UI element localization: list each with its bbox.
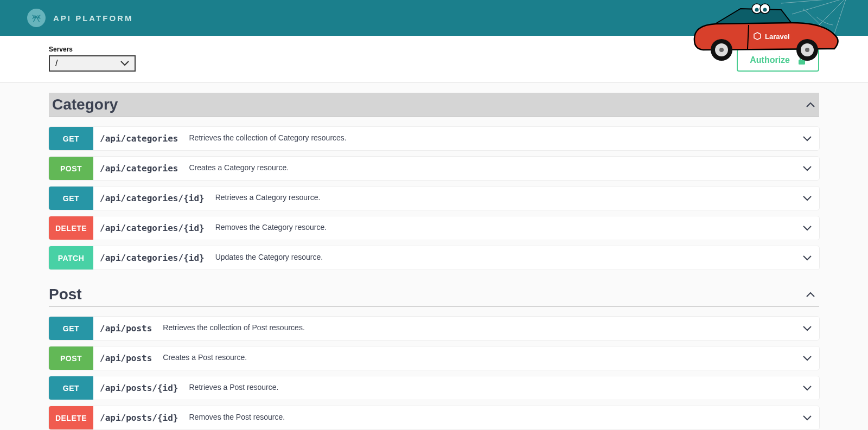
operation-desc: Updates the Category resource. bbox=[211, 246, 795, 269]
servers-label: Servers bbox=[49, 46, 136, 53]
group-header-category[interactable]: Category bbox=[49, 93, 819, 117]
operation-desc: Removes the Category resource. bbox=[211, 216, 795, 240]
group-title: Post bbox=[49, 286, 82, 303]
http-method-badge: DELETE bbox=[49, 216, 93, 240]
operation-row[interactable]: DELETE /api/categories/{id} Removes the … bbox=[49, 216, 819, 240]
chevron-down-icon bbox=[803, 386, 812, 391]
operation-row[interactable]: GET /api/posts Retrieves the collection … bbox=[49, 317, 819, 340]
operation-desc: Retrieves a Post resource. bbox=[185, 376, 796, 400]
expand-toggle[interactable] bbox=[795, 346, 819, 370]
spider-logo-icon bbox=[30, 12, 42, 24]
http-method-badge: GET bbox=[49, 187, 93, 210]
servers-select[interactable]: / bbox=[49, 55, 136, 72]
svg-point-2 bbox=[34, 16, 35, 17]
operation-row[interactable]: POST /api/categories Creates a Category … bbox=[49, 157, 819, 180]
svg-point-12 bbox=[755, 8, 759, 12]
group-header-post[interactable]: Post bbox=[49, 283, 819, 307]
operation-desc: Retrieves the collection of Category res… bbox=[185, 127, 796, 150]
car-illustration-icon: Laravel bbox=[684, 0, 846, 63]
chevron-down-icon bbox=[120, 61, 129, 66]
expand-toggle[interactable] bbox=[795, 246, 819, 269]
chevron-down-icon bbox=[803, 196, 812, 201]
operation-path: /api/categories bbox=[93, 157, 185, 180]
servers-selected-value: / bbox=[55, 59, 58, 68]
expand-toggle[interactable] bbox=[795, 406, 819, 429]
svg-point-13 bbox=[763, 8, 767, 12]
svg-point-6 bbox=[719, 48, 724, 52]
chevron-down-icon bbox=[803, 136, 812, 142]
resource-group-category: Category GET /api/categories Retrieves t… bbox=[49, 93, 819, 269]
group-body: GET /api/posts Retrieves the collection … bbox=[49, 317, 819, 429]
operation-desc: Removes the Post resource. bbox=[185, 406, 796, 429]
operation-row[interactable]: DELETE /api/posts/{id} Removes the Post … bbox=[49, 406, 819, 429]
operation-path: /api/categories/{id} bbox=[93, 187, 211, 210]
operation-path: /api/posts/{id} bbox=[93, 406, 185, 429]
operation-path: /api/categories/{id} bbox=[93, 216, 211, 240]
content-area: Category GET /api/categories Retrieves t… bbox=[0, 83, 868, 430]
brand-bar: API PLATFORM Laravel bbox=[0, 0, 868, 36]
operation-row[interactable]: GET /api/categories Retrieves the collec… bbox=[49, 127, 819, 150]
operation-desc: Retrieves the collection of Post resourc… bbox=[158, 317, 795, 340]
chevron-down-icon bbox=[803, 226, 812, 231]
expand-toggle[interactable] bbox=[795, 127, 819, 150]
operation-desc: Creates a Category resource. bbox=[185, 157, 796, 180]
chevron-up-icon bbox=[806, 102, 815, 107]
http-method-badge: GET bbox=[49, 127, 93, 150]
expand-toggle[interactable] bbox=[795, 317, 819, 340]
expand-toggle[interactable] bbox=[795, 187, 819, 210]
operation-path: /api/posts bbox=[93, 317, 158, 340]
operation-row[interactable]: POST /api/posts Creates a Post resource. bbox=[49, 346, 819, 370]
group-body: GET /api/categories Retrieves the collec… bbox=[49, 127, 819, 269]
group-title: Category bbox=[52, 96, 118, 113]
chevron-down-icon bbox=[803, 166, 812, 171]
chevron-down-icon bbox=[803, 415, 812, 421]
car-badge-text: Laravel bbox=[765, 33, 790, 41]
http-method-badge: POST bbox=[49, 157, 93, 180]
logo-badge bbox=[27, 9, 46, 27]
http-method-badge: PATCH bbox=[49, 246, 93, 269]
chevron-down-icon bbox=[803, 255, 812, 261]
svg-point-9 bbox=[805, 48, 809, 52]
http-method-badge: GET bbox=[49, 317, 93, 340]
expand-toggle[interactable] bbox=[795, 216, 819, 240]
chevron-down-icon bbox=[803, 356, 812, 361]
servers-block: Servers / bbox=[49, 46, 136, 72]
chevron-down-icon bbox=[803, 326, 812, 331]
expand-toggle[interactable] bbox=[795, 376, 819, 400]
operation-row[interactable]: PATCH /api/categories/{id} Updates the C… bbox=[49, 246, 819, 269]
operation-path: /api/categories bbox=[93, 127, 185, 150]
operation-path: /api/posts bbox=[93, 346, 158, 370]
http-method-badge: POST bbox=[49, 346, 93, 370]
operation-row[interactable]: GET /api/categories/{id} Retrieves a Cat… bbox=[49, 187, 819, 210]
svg-point-3 bbox=[37, 16, 39, 17]
operation-path: /api/posts/{id} bbox=[93, 376, 185, 400]
http-method-badge: DELETE bbox=[49, 406, 93, 429]
operation-row[interactable]: GET /api/posts/{id} Retrieves a Post res… bbox=[49, 376, 819, 400]
expand-toggle[interactable] bbox=[795, 157, 819, 180]
product-name: API PLATFORM bbox=[53, 14, 133, 23]
operation-desc: Retrieves a Category resource. bbox=[211, 187, 795, 210]
http-method-badge: GET bbox=[49, 376, 93, 400]
operation-desc: Creates a Post resource. bbox=[158, 346, 795, 370]
resource-group-post: Post GET /api/posts Retrieves the collec… bbox=[49, 283, 819, 429]
chevron-up-icon bbox=[806, 292, 815, 297]
operation-path: /api/categories/{id} bbox=[93, 246, 211, 269]
